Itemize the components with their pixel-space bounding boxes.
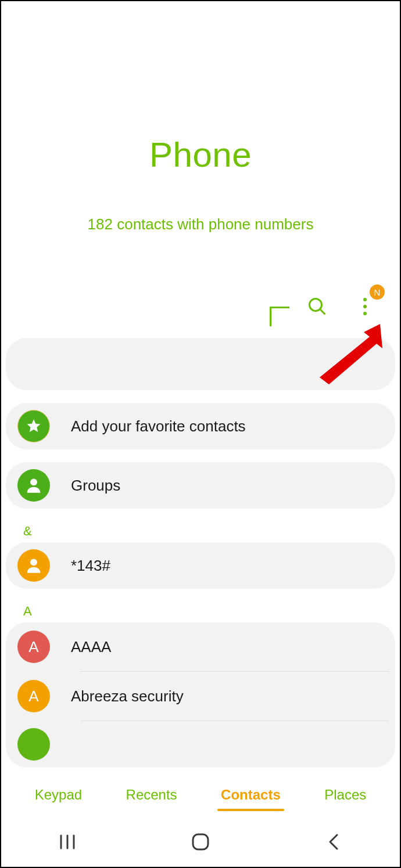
tab-places[interactable]: Places (321, 782, 370, 808)
avatar-initial (17, 728, 50, 761)
app-title: Phone (1, 135, 400, 175)
contacts-list[interactable]: Add your favorite contacts Groups & *143… (1, 338, 400, 768)
home-icon (191, 832, 210, 852)
svg-rect-8 (193, 834, 208, 849)
svg-point-3 (30, 478, 37, 485)
more-options-button[interactable]: N (353, 295, 377, 318)
tab-recents[interactable]: Recents (123, 782, 181, 808)
tab-contacts[interactable]: Contacts (217, 782, 284, 808)
kebab-icon (363, 298, 367, 315)
back-icon (326, 833, 341, 851)
person-icon (17, 469, 50, 502)
contact-row-143[interactable]: *143# (6, 542, 395, 589)
star-icon (17, 410, 50, 442)
section-header-a: A (1, 602, 400, 622)
search-button[interactable] (306, 295, 329, 318)
header: Phone 182 contacts with phone numbers (1, 1, 400, 233)
recent-apps-button[interactable] (50, 830, 85, 853)
favorites-card[interactable]: Add your favorite contacts (6, 403, 395, 449)
svg-point-0 (310, 299, 322, 311)
contact-name: *143# (71, 557, 110, 575)
groups-label: Groups (71, 477, 120, 495)
bottom-tabs: Keypad Recents Contacts Places (1, 776, 400, 817)
contacts-count: 182 contacts with phone numbers (1, 215, 400, 233)
add-contact-button[interactable] (258, 295, 281, 318)
svg-line-1 (320, 309, 325, 315)
recent-apps-icon (59, 834, 76, 849)
section-header-amp: & (1, 521, 400, 542)
my-profile-card[interactable] (6, 338, 395, 390)
back-button[interactable] (316, 830, 351, 853)
favorites-label: Add your favorite contacts (71, 417, 246, 435)
avatar-initial: A (17, 680, 50, 712)
notification-badge: N (370, 284, 385, 300)
avatar-initial: A (17, 631, 50, 663)
svg-point-4 (30, 559, 37, 566)
contact-row-abreeza[interactable]: A Abreeza security (6, 672, 395, 721)
contact-row-partial[interactable] (6, 721, 395, 768)
action-bar: N (1, 289, 400, 324)
home-button[interactable] (183, 830, 218, 853)
search-icon (307, 296, 328, 317)
phone-screen: Phone 182 contacts with phone numbers N (0, 0, 401, 868)
groups-card[interactable]: Groups (6, 462, 395, 509)
contact-row-aaaa[interactable]: A AAAA (6, 622, 395, 671)
person-icon (17, 549, 50, 582)
tab-keypad[interactable]: Keypad (31, 782, 85, 808)
contacts-group-a: A AAAA A Abreeza security (6, 622, 395, 768)
system-nav-bar (1, 817, 400, 867)
contact-name: Abreeza security (71, 687, 184, 705)
contact-name: AAAA (71, 638, 111, 656)
